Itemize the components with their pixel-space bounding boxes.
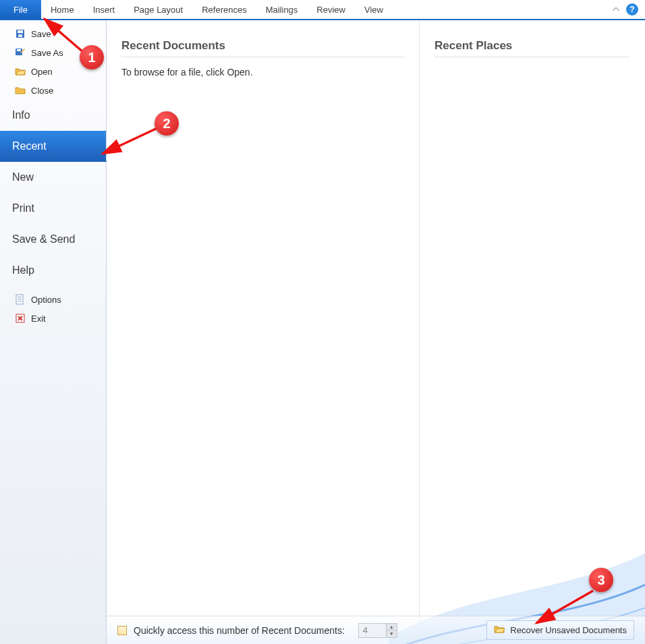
svg-rect-6 xyxy=(18,297,22,297)
sidebar-item-label: Save As xyxy=(31,48,63,58)
tab-references[interactable]: References xyxy=(192,0,256,19)
recent-places-panel: Recent Places xyxy=(419,20,645,644)
svg-rect-1 xyxy=(18,30,23,33)
svg-rect-4 xyxy=(17,49,21,51)
callout-badge-3: 3 xyxy=(589,568,613,592)
tab-review[interactable]: Review xyxy=(307,0,355,19)
sidebar-item-close[interactable]: Close xyxy=(0,81,106,100)
tab-view[interactable]: View xyxy=(355,0,393,19)
svg-rect-7 xyxy=(18,299,22,299)
exit-icon xyxy=(15,313,26,324)
callout-badge-1: 1 xyxy=(80,45,104,69)
quick-access-spinner[interactable]: ▲ ▼ xyxy=(358,623,397,638)
sidebar-section-print[interactable]: Print xyxy=(0,193,106,224)
quick-access-label: Quickly access this number of Recent Doc… xyxy=(134,625,345,636)
tab-page-layout[interactable]: Page Layout xyxy=(124,0,192,19)
sidebar-section-recent[interactable]: Recent xyxy=(0,131,106,162)
sidebar-item-exit[interactable]: Exit xyxy=(0,309,106,328)
svg-rect-8 xyxy=(18,301,22,301)
sidebar-item-options[interactable]: Options xyxy=(0,286,106,309)
open-icon xyxy=(15,66,26,77)
minimize-ribbon-icon[interactable] xyxy=(611,5,621,14)
sidebar-item-save[interactable]: Save xyxy=(0,24,106,43)
save-as-icon xyxy=(15,47,26,58)
spinner-up-icon[interactable]: ▲ xyxy=(387,624,397,631)
sidebar-section-help[interactable]: Help xyxy=(0,255,106,286)
callout-badge-2: 2 xyxy=(155,111,179,136)
recent-places-title: Recent Places xyxy=(434,39,630,57)
ribbon-right-icons: ? xyxy=(611,3,645,16)
help-icon[interactable]: ? xyxy=(626,3,638,16)
spinner-down-icon[interactable]: ▼ xyxy=(387,631,397,637)
recent-documents-panel: Recent Documents To browse for a file, c… xyxy=(107,20,419,644)
tab-file[interactable]: File xyxy=(0,0,41,19)
recover-unsaved-button[interactable]: Recover Unsaved Documents xyxy=(486,620,634,640)
recent-documents-empty: To browse for a file, click Open. xyxy=(121,67,404,78)
quick-access-value[interactable] xyxy=(359,624,386,637)
sidebar-item-label: Open xyxy=(31,67,53,77)
sidebar-item-label: Close xyxy=(31,86,53,96)
tab-insert[interactable]: Insert xyxy=(84,0,125,19)
backstage-sidebar: Save Save As Open Close Info Recent New … xyxy=(0,20,107,644)
ribbon: File Home Insert Page Layout References … xyxy=(0,0,645,20)
sidebar-item-label: Exit xyxy=(31,314,46,324)
recent-documents-title: Recent Documents xyxy=(121,39,404,57)
tab-home[interactable]: Home xyxy=(41,0,84,19)
close-file-icon xyxy=(15,85,26,96)
backstage-footer: Quickly access this number of Recent Doc… xyxy=(107,616,645,644)
sidebar-section-save-send[interactable]: Save & Send xyxy=(0,224,106,255)
sidebar-section-info[interactable]: Info xyxy=(0,100,106,131)
recover-unsaved-label: Recover Unsaved Documents xyxy=(510,625,627,635)
options-icon xyxy=(15,294,26,305)
sidebar-item-label: Save xyxy=(31,29,51,39)
open-folder-icon xyxy=(494,624,505,637)
quick-access-option: Quickly access this number of Recent Doc… xyxy=(117,623,397,638)
svg-rect-2 xyxy=(18,34,22,37)
sidebar-item-label: Options xyxy=(31,295,61,305)
quick-access-checkbox[interactable] xyxy=(117,626,127,635)
backstage: Save Save As Open Close Info Recent New … xyxy=(0,20,645,644)
sidebar-section-new[interactable]: New xyxy=(0,162,106,193)
save-icon xyxy=(15,28,26,39)
backstage-content: Recent Documents To browse for a file, c… xyxy=(107,20,645,644)
tab-mailings[interactable]: Mailings xyxy=(256,0,308,19)
